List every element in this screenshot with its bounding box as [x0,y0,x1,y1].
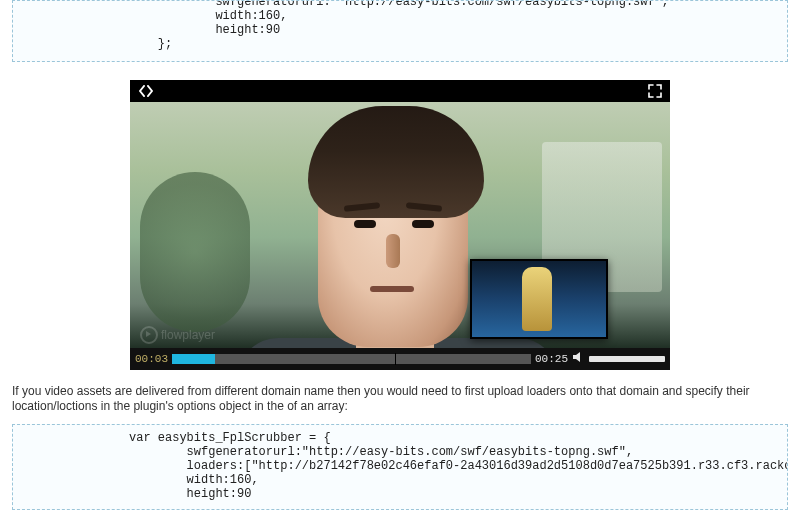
seek-bar[interactable] [172,354,531,364]
video-foreground [412,220,434,228]
code-line: swfgeneratorurl: "http://easy-bits.com/s… [129,0,669,9]
play-icon [140,326,158,344]
volume-bar[interactable] [589,356,665,362]
body-text: If you video assets are delivered from d… [12,384,788,414]
code-block-bottom: var easybits_FplScrubber = { swfgenerato… [12,424,788,510]
player-topbar [130,80,670,102]
code-line: width:160, [129,473,259,487]
code-line: width:160, [129,9,287,23]
code-pre-top: swfgeneratorurl: "http://easy-bits.com/s… [19,0,781,51]
code-line: }; [129,37,172,51]
seek-divider [395,353,396,365]
video-player: flowplayer 00:03 00:25 [130,80,670,370]
code-line: height:90 [129,487,251,501]
code-line: height:90 [129,23,280,37]
player-controls: 00:03 00:25 [130,348,670,370]
preview-thumbnail [470,259,608,339]
volume-icon[interactable] [572,351,586,367]
progress-bar [172,354,215,364]
volume-control[interactable] [572,351,665,367]
elapsed-time: 00:03 [135,353,168,365]
buffer-bar [172,354,531,364]
total-time: 00:25 [535,353,568,365]
video-canvas[interactable]: flowplayer [130,102,670,348]
code-line: loaders:["http://b27142f78e02c46efaf0-2a… [129,459,788,473]
video-foreground [308,106,484,218]
watermark: flowplayer [140,326,215,344]
code-line: var easybits_FplScrubber = { [129,431,331,445]
video-foreground [354,220,376,228]
video-foreground [370,286,414,292]
embed-icon[interactable] [138,85,154,97]
video-background [140,172,250,332]
video-foreground [386,234,400,268]
thumbnail-content [522,267,552,331]
fullscreen-icon[interactable] [648,84,662,98]
code-line: swfgeneratorurl:"http://easy-bits.com/sw… [129,445,633,459]
code-block-top: swfgeneratorurl: "http://easy-bits.com/s… [12,0,788,62]
watermark-text: flowplayer [161,328,215,342]
code-pre-bottom: var easybits_FplScrubber = { swfgenerato… [19,425,781,501]
